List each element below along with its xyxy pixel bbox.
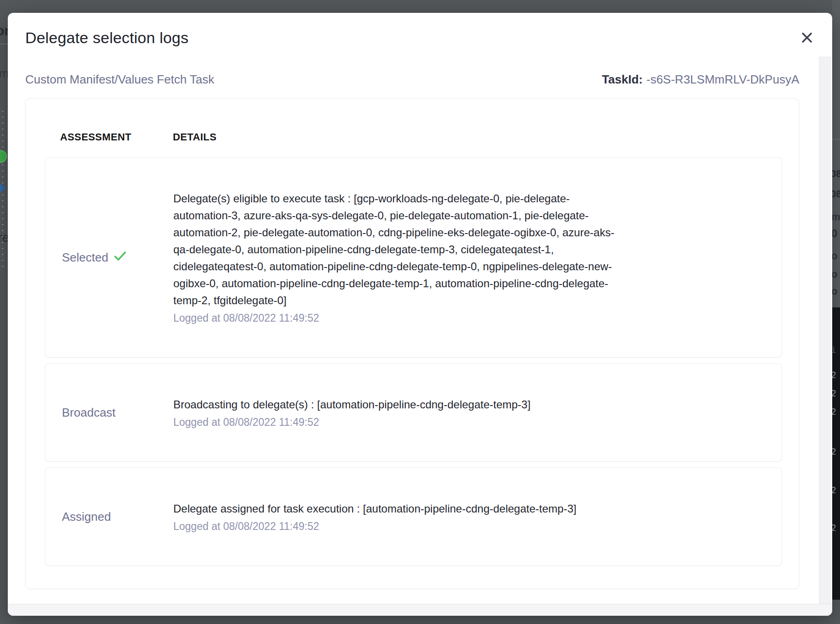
details-cell: Delegate(s) eligible to execute task : […	[173, 190, 765, 325]
background-left-edge: or m re	[0, 0, 8, 624]
assessment-label: Selected	[62, 251, 108, 265]
check-icon	[113, 249, 127, 267]
background-text-fragment: m	[832, 211, 840, 223]
background-text-fragment: re	[0, 231, 8, 245]
details-cell: Delegate assigned for task execution : […	[173, 500, 765, 533]
scrollbar-track[interactable]	[819, 56, 831, 604]
console-text-fragment: 2	[832, 406, 836, 417]
table-row: Broadcast Broadcasting to delegate(s) : …	[45, 363, 782, 462]
modal-subheader: Custom Manifest/Values Fetch Task TaskId…	[25, 72, 799, 87]
assessment-cell: Broadcast	[62, 406, 173, 420]
details-cell: Broadcasting to delegate(s) : [automatio…	[173, 396, 765, 429]
table-row: Assigned Delegate assigned for task exec…	[45, 468, 782, 566]
console-text-fragment: i	[832, 344, 836, 355]
background-text-fragment: or	[0, 23, 8, 39]
details-text: Delegate assigned for task execution : […	[173, 500, 627, 517]
background-text-fragment: 08	[832, 168, 840, 180]
delegate-selection-logs-modal: Delegate selection logs Custom Manifest/…	[8, 13, 832, 616]
logged-timestamp: Logged at 08/08/2022 11:49:52	[173, 311, 765, 325]
console-text-fragment: 2	[832, 369, 836, 380]
pipeline-success-node-icon	[0, 150, 7, 163]
console-text-fragment: 2	[832, 388, 836, 399]
task-id: TaskId:-s6S-R3LSMmRLV-DkPusyA	[602, 72, 799, 87]
table-row: Selected Delegate(s) eligible to execute…	[45, 157, 782, 357]
logged-timestamp: Logged at 08/08/2022 11:49:52	[173, 415, 765, 429]
modal-title: Delegate selection logs	[25, 28, 798, 48]
column-header-assessment: ASSESSMENT	[60, 131, 173, 144]
selection-logs-card: ASSESSMENT DETAILS Selected Delegate(s) …	[25, 98, 799, 589]
console-text-fragment: 2	[832, 485, 836, 496]
background-divider	[832, 139, 840, 140]
assessment-label: Broadcast	[62, 406, 116, 420]
table-header-row: ASSESSMENT DETAILS	[45, 131, 782, 144]
modal-header: Delegate selection logs	[8, 13, 832, 48]
background-text-fragment: m	[0, 67, 8, 80]
column-header-details: DETAILS	[173, 131, 782, 144]
assessment-label: Assigned	[62, 510, 111, 524]
background-text-fragment: 08	[832, 188, 840, 200]
screen: { "modal": { "title": "Delegate selectio…	[0, 0, 840, 624]
background-text-fragment: o	[832, 285, 837, 297]
details-text: Broadcasting to delegate(s) : [automatio…	[173, 396, 627, 413]
task-id-label: TaskId:	[602, 72, 643, 86]
assessment-cell: Assigned	[62, 510, 173, 524]
background-text-fragment: o	[832, 250, 837, 262]
background-text-fragment: o	[832, 268, 837, 280]
console-text-fragment: 2	[832, 522, 836, 533]
logged-timestamp: Logged at 08/08/2022 11:49:52	[173, 519, 765, 533]
details-text: Delegate(s) eligible to execute task : […	[173, 190, 627, 309]
background-right-edge: 08 08 m 0 o o o i 2 2 2 2 2 2	[832, 0, 840, 624]
close-button[interactable]	[798, 28, 817, 47]
assessment-cell: Selected	[62, 249, 173, 267]
console-text-fragment: 2	[832, 446, 836, 457]
background-divider	[0, 44, 8, 45]
modal-footer	[8, 604, 832, 616]
task-id-value: -s6S-R3LSMmRLV-DkPusyA	[647, 72, 799, 86]
close-icon	[800, 31, 815, 45]
background-text-fragment: 0	[832, 227, 837, 240]
task-name-label: Custom Manifest/Values Fetch Task	[25, 72, 214, 87]
